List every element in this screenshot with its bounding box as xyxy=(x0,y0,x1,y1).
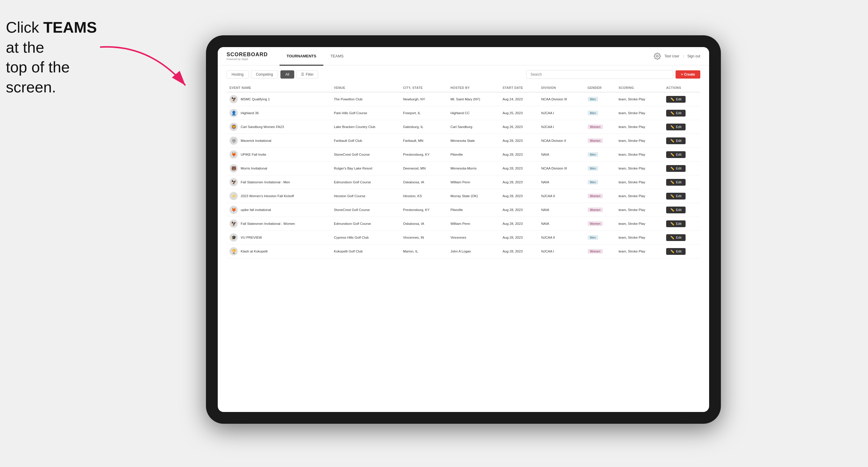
cell-gender: Women xyxy=(585,245,616,258)
event-icon: 🦊 xyxy=(229,150,238,159)
cell-gender: Women xyxy=(585,203,616,217)
edit-label: Edit xyxy=(676,139,681,143)
col-hosted-by: HOSTED BY xyxy=(447,84,500,92)
edit-button[interactable]: ✏️ Edit xyxy=(666,193,686,199)
cell-hosted-by: Highland CC xyxy=(447,106,500,120)
edit-button[interactable]: ✏️ Edit xyxy=(666,220,686,227)
event-icon: 🦁 xyxy=(229,123,238,131)
cell-start-date: Aug 28, 2023 xyxy=(500,161,538,176)
cell-division: NJCAA II xyxy=(538,231,584,245)
cell-event-name: 🦊 UPIKE Fall Invite xyxy=(226,148,331,161)
cell-start-date: Aug 28, 2023 xyxy=(500,245,538,258)
gender-badge: Men xyxy=(588,97,598,101)
edit-button[interactable]: ✏️ Edit xyxy=(666,179,686,186)
competing-filter-btn[interactable]: Competing xyxy=(251,70,278,79)
cell-hosted-by: William Penn xyxy=(447,217,500,231)
edit-label: Edit xyxy=(676,97,681,101)
cell-actions: ✏️ Edit xyxy=(663,120,700,134)
col-start-date: START DATE xyxy=(500,84,538,92)
edit-icon: ✏️ xyxy=(670,97,674,101)
tab-tournaments[interactable]: TOURNAMENTS xyxy=(280,48,323,66)
cell-city-state: Hesston, KS xyxy=(400,189,447,203)
gender-badge: Men xyxy=(588,180,598,185)
cell-gender: Men xyxy=(585,148,616,161)
edit-button[interactable]: ✏️ Edit xyxy=(666,248,686,255)
cell-gender: Women xyxy=(585,217,616,231)
nav-tabs: TOURNAMENTS TEAMS xyxy=(280,47,654,65)
cell-event-name: 🦁 Carl Sandburg Women FA23 xyxy=(226,120,331,134)
table-row: ⚡ 2023 Women's Hesston Fall Kickoff Hess… xyxy=(226,189,700,203)
event-name-text: VU PREVIEW xyxy=(241,236,262,239)
event-icon: 🎓 xyxy=(229,234,238,242)
cell-city-state: Marion, IL xyxy=(400,245,447,258)
cell-scoring: team, Stroke Play xyxy=(616,203,663,217)
cell-start-date: Aug 24, 2023 xyxy=(500,92,538,106)
gender-badge: Women xyxy=(588,138,603,143)
table-row: 🦅 Fall Statesmen Invitational - Women Ed… xyxy=(226,217,700,231)
cell-event-name: 👤 Highland 36 xyxy=(226,106,331,120)
cell-venue: Edmundson Golf Course xyxy=(331,176,400,189)
event-icon: 🦅 xyxy=(229,95,238,103)
cell-actions: ✏️ Edit xyxy=(663,231,700,245)
cell-hosted-by: Pikeville xyxy=(447,148,500,161)
event-name-text: 2023 Women's Hesston Fall Kickoff xyxy=(241,194,294,198)
edit-button[interactable]: ✏️ Edit xyxy=(666,124,686,130)
cell-start-date: Aug 28, 2023 xyxy=(500,148,538,161)
edit-button[interactable]: ✏️ Edit xyxy=(666,96,686,103)
table-row: 🐺 Maverick Invitational Faribault Golf C… xyxy=(226,134,700,148)
cell-scoring: team, Stroke Play xyxy=(616,161,663,176)
search-input[interactable] xyxy=(526,70,673,79)
all-filter-btn[interactable]: All xyxy=(280,70,294,79)
create-button[interactable]: + Create xyxy=(676,70,700,79)
cell-venue: StoneCrest Golf Course xyxy=(331,148,400,161)
event-icon: 🦅 xyxy=(229,178,238,186)
cell-gender: Women xyxy=(585,134,616,148)
cell-hosted-by: Pikeville xyxy=(447,203,500,217)
edit-button[interactable]: ✏️ Edit xyxy=(666,151,686,158)
edit-button[interactable]: ✏️ Edit xyxy=(666,234,686,241)
table-row: 🦅 Fall Statesmen Invitational - Men Edmu… xyxy=(226,176,700,189)
edit-icon: ✏️ xyxy=(670,194,674,198)
cell-division: NJCAA I xyxy=(538,106,584,120)
cell-event-name: 🐺 Maverick Invitational xyxy=(226,134,331,148)
event-icon: ⚡ xyxy=(229,192,238,200)
cell-venue: Faribault Golf Club xyxy=(331,134,400,148)
edit-button[interactable]: ✏️ Edit xyxy=(666,207,686,213)
edit-icon: ✏️ xyxy=(670,111,674,115)
cell-venue: Cypress Hills Golf Club xyxy=(331,231,400,245)
sign-out-link[interactable]: Sign out xyxy=(687,54,700,58)
tab-teams[interactable]: TEAMS xyxy=(323,48,351,66)
logo-subtitle: Powered by clippit xyxy=(226,58,268,61)
edit-icon: ✏️ xyxy=(670,153,674,157)
filter-options-btn[interactable]: ☰ Filter xyxy=(297,70,318,79)
event-icon: 🐺 xyxy=(229,136,238,145)
cell-division: NAIA xyxy=(538,203,584,217)
cell-scoring: team, Stroke Play xyxy=(616,134,663,148)
edit-label: Edit xyxy=(676,236,681,239)
logo-text: SCOREBOARD xyxy=(226,52,268,58)
table-row: 👤 Highland 36 Park Hills Golf Course Fre… xyxy=(226,106,700,120)
navigation-bar: SCOREBOARD Powered by clippit TOURNAMENT… xyxy=(218,47,709,65)
cell-actions: ✏️ Edit xyxy=(663,161,700,176)
event-name-text: Morris Invitational xyxy=(241,166,267,170)
event-name-text: Maverick Invitational xyxy=(241,139,271,143)
cell-division: NJCAA I xyxy=(538,245,584,258)
settings-icon[interactable] xyxy=(654,53,661,60)
cell-hosted-by: Minnesota State xyxy=(447,134,500,148)
hosting-filter-btn[interactable]: Hosting xyxy=(226,70,249,79)
cell-start-date: Aug 28, 2023 xyxy=(500,231,538,245)
cell-actions: ✏️ Edit xyxy=(663,92,700,106)
event-icon: 🏆 xyxy=(229,247,238,255)
edit-button[interactable]: ✏️ Edit xyxy=(666,110,686,117)
gender-badge: Women xyxy=(588,208,603,212)
cell-start-date: Aug 25, 2023 xyxy=(500,106,538,120)
edit-label: Edit xyxy=(676,166,681,170)
edit-button[interactable]: ✏️ Edit xyxy=(666,165,686,172)
event-icon: 🦅 xyxy=(229,220,238,228)
event-name-text: Fall Statesmen Invitational - Women xyxy=(241,222,295,225)
cell-gender: Men xyxy=(585,176,616,189)
event-icon: 👤 xyxy=(229,109,238,117)
table-row: 🦊 UPIKE Fall Invite StoneCrest Golf Cour… xyxy=(226,148,700,161)
event-name-text: upike fall invitational xyxy=(241,208,271,212)
edit-button[interactable]: ✏️ Edit xyxy=(666,137,686,144)
